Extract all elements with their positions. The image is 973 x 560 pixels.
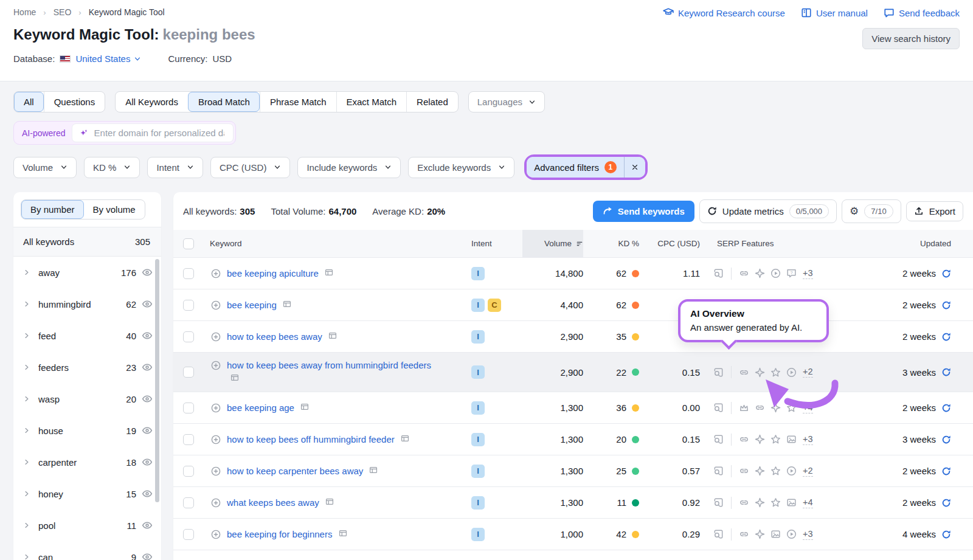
serp-more[interactable]: +3 (803, 529, 813, 540)
intent-badge-I[interactable]: I (471, 401, 485, 415)
refresh-icon[interactable] (941, 367, 951, 377)
row-checkbox[interactable] (183, 497, 194, 508)
add-keyword-icon[interactable] (211, 466, 221, 476)
tab-broad-match[interactable]: Broad Match (188, 92, 260, 112)
add-keyword-icon[interactable] (211, 498, 221, 508)
sidebar-scrollbar[interactable] (155, 259, 159, 502)
eye-icon[interactable] (142, 362, 153, 373)
filter-cpc[interactable]: CPC (USD) (210, 157, 291, 178)
serp-preview-icon[interactable] (713, 466, 724, 476)
add-keyword-icon[interactable] (211, 269, 221, 278)
keyword-group-row[interactable]: can 9 (13, 541, 161, 560)
keyword-link[interactable]: how to keep bees away (227, 330, 337, 344)
ai-overview-icon[interactable] (755, 466, 765, 476)
row-checkbox[interactable] (183, 268, 194, 279)
intent-badge-I[interactable]: I (471, 433, 485, 446)
table-row[interactable]: how to keep bees off hummingbird feeder … (173, 424, 973, 455)
row-checkbox[interactable] (183, 434, 194, 445)
filter-volume[interactable]: Volume (13, 157, 77, 178)
eye-icon[interactable] (142, 267, 153, 278)
view-search-history-button[interactable]: View search history (862, 28, 960, 49)
keyword-link[interactable]: bee keeping age (227, 401, 309, 415)
table-row[interactable]: how to keep bees away from hummingbird f… (173, 353, 973, 392)
keyword-group-row[interactable]: house 19 (13, 415, 161, 446)
intent-badge-I[interactable]: I (471, 465, 485, 478)
chevron-right-icon[interactable] (23, 364, 30, 371)
image-icon[interactable] (786, 497, 797, 508)
star-icon[interactable] (770, 466, 781, 476)
intent-badge-I[interactable]: I (471, 299, 485, 312)
add-keyword-icon[interactable] (211, 435, 221, 444)
video-icon[interactable] (786, 466, 797, 476)
update-metrics-button[interactable]: Update metrics 0/5,000 (699, 199, 837, 223)
link-icon[interactable] (739, 367, 749, 378)
column-volume[interactable]: Volume (522, 230, 583, 257)
advanced-filters-button[interactable]: Advanced filters 1 (527, 157, 624, 178)
image-icon[interactable] (770, 529, 781, 539)
eye-icon[interactable] (142, 488, 153, 499)
user-manual-link[interactable]: User manual (801, 7, 868, 18)
intent-badge-I[interactable]: I (471, 528, 485, 541)
chevron-right-icon[interactable] (23, 332, 30, 339)
intent-badge-I[interactable]: I (471, 330, 485, 344)
serp-preview-icon[interactable] (369, 466, 378, 474)
link-icon[interactable] (739, 268, 749, 278)
serp-preview-icon[interactable] (401, 434, 409, 443)
table-row[interactable]: bee keeping for beginners I 1,000 42 0.2… (173, 519, 973, 550)
chevron-right-icon[interactable] (23, 490, 30, 497)
ai-overview-icon[interactable] (755, 529, 765, 539)
table-row[interactable]: bee keeping apiculture I 14,800 62 1.11 … (173, 258, 973, 289)
eye-icon[interactable] (142, 299, 153, 309)
serp-preview-icon[interactable] (230, 373, 239, 382)
column-intent[interactable]: Intent (471, 230, 522, 257)
intent-badge-I[interactable]: I (471, 267, 485, 280)
export-button[interactable]: Export (906, 201, 963, 221)
row-checkbox[interactable] (183, 529, 194, 540)
tab-all[interactable]: All (14, 92, 44, 112)
filter-exclude-keywords[interactable]: Exclude keywords (408, 157, 514, 178)
star-icon[interactable] (770, 367, 781, 378)
keyword-group-row[interactable]: wasp 20 (13, 383, 161, 415)
table-row[interactable]: bee keeping age I 1,300 36 0.00 +4 2 wee… (173, 392, 973, 424)
serp-preview-icon[interactable] (325, 268, 333, 277)
clear-advanced-filters-button[interactable] (625, 157, 645, 178)
table-row[interactable]: what keeps bees away I 1,300 11 0.92 +4 … (173, 487, 973, 519)
video-icon[interactable] (770, 268, 781, 278)
serp-preview-icon[interactable] (300, 403, 309, 411)
link-icon[interactable] (739, 497, 749, 508)
filter-include-keywords[interactable]: Include keywords (297, 157, 401, 178)
keyword-link[interactable]: bee keeping apiculture (227, 267, 333, 280)
chevron-right-icon[interactable] (23, 300, 30, 308)
breadcrumb-seo[interactable]: SEO (54, 7, 72, 17)
refresh-icon[interactable] (941, 332, 951, 342)
filter-intent[interactable]: Intent (147, 157, 203, 178)
ai-overview-icon[interactable] (755, 497, 765, 508)
breadcrumb-home[interactable]: Home (13, 7, 36, 17)
chevron-right-icon[interactable] (23, 522, 30, 529)
star-icon[interactable] (770, 497, 781, 508)
chevron-right-icon[interactable] (23, 458, 30, 466)
ai-overview-icon[interactable] (755, 434, 765, 444)
serp-more[interactable]: +4 (803, 497, 813, 508)
crown-icon[interactable] (739, 403, 749, 413)
keyword-research-course-link[interactable]: Keyword Research course (663, 7, 785, 18)
refresh-icon[interactable] (941, 403, 951, 413)
table-settings-button[interactable]: ⚙ 7/10 (842, 199, 901, 223)
keyword-link[interactable]: bee keeping for beginners (227, 528, 347, 541)
chevron-right-icon[interactable] (23, 553, 30, 560)
send-keywords-button[interactable]: Send keywords (593, 201, 694, 222)
column-updated[interactable]: Updated (852, 230, 963, 257)
video-icon[interactable] (786, 367, 797, 378)
column-kd[interactable]: KD % (583, 230, 639, 257)
domain-input[interactable] (93, 127, 226, 139)
keyword-group-row[interactable]: honey 15 (13, 478, 161, 510)
keyword-link[interactable]: what keeps bees away (227, 496, 334, 510)
tab-exact-match[interactable]: Exact Match (336, 92, 407, 112)
link-icon[interactable] (739, 434, 749, 444)
serp-preview-icon[interactable] (325, 497, 334, 506)
serp-preview-icon[interactable] (713, 367, 724, 378)
tab-all-keywords[interactable]: All Keywords (116, 92, 188, 112)
eye-icon[interactable] (142, 425, 153, 436)
add-keyword-icon[interactable] (211, 530, 221, 539)
row-checkbox[interactable] (183, 300, 194, 311)
